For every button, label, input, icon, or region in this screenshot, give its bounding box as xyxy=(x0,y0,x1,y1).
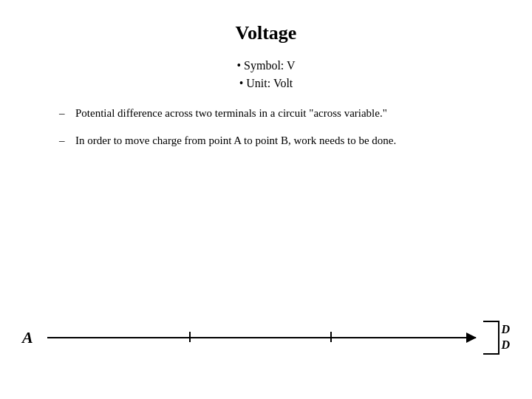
def-text-2: In order to move charge from point A to … xyxy=(75,132,473,149)
definition-1: – Potential difference across two termin… xyxy=(59,105,473,122)
arrow-line xyxy=(47,337,476,338)
diagram-section: A D D xyxy=(0,321,532,355)
title-section: Voltage xyxy=(30,22,502,44)
dash-2: – xyxy=(59,132,72,149)
label-d-bottom: D xyxy=(501,338,510,353)
definition-2: – In order to move charge from point A t… xyxy=(59,132,473,149)
page-title: Voltage xyxy=(30,22,502,44)
bracket-shape xyxy=(483,321,499,355)
def-text-1: Potential difference across two terminal… xyxy=(75,105,473,122)
arrow-container xyxy=(47,337,476,338)
bracket-label: D D xyxy=(501,322,510,353)
dash-1: – xyxy=(59,105,72,122)
definitions-section: – Potential difference across two termin… xyxy=(59,105,473,149)
page-container: Voltage • Symbol: V • Unit: Volt – Poten… xyxy=(0,0,532,399)
bullet-symbol: • Symbol: V xyxy=(30,59,502,72)
right-label-group: D D xyxy=(480,321,510,355)
tick-mark-2 xyxy=(330,332,332,342)
label-d-top: D xyxy=(501,322,510,338)
label-a: A xyxy=(22,328,40,347)
bullet-unit: • Unit: Volt xyxy=(30,77,502,90)
tick-mark-1 xyxy=(189,332,191,342)
bullets-section: • Symbol: V • Unit: Volt xyxy=(30,59,502,90)
